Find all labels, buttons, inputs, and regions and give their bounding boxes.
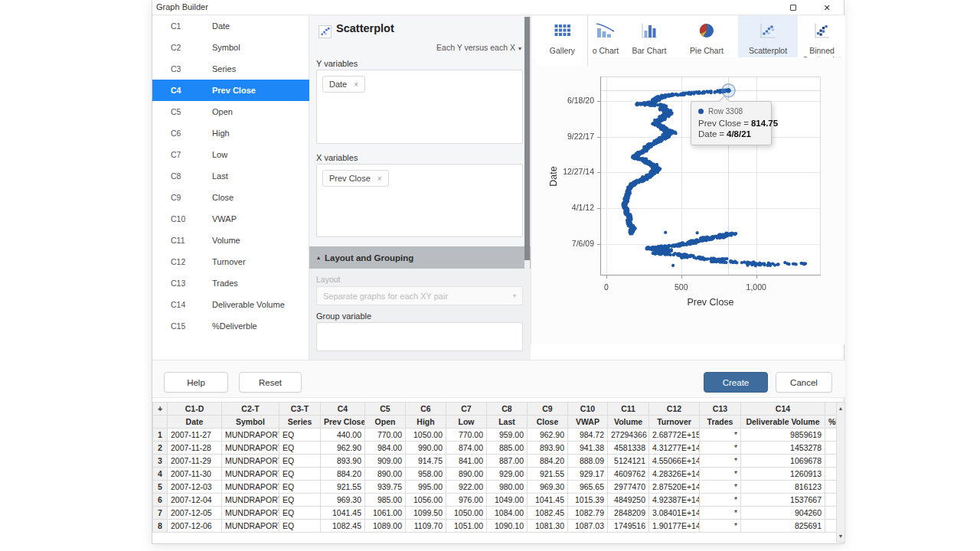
settings-scrollbar-track[interactable] — [524, 15, 530, 360]
layout-select[interactable]: Separate graphs for each XY pair ▾ — [316, 286, 523, 305]
row-number-cell[interactable]: 7 — [153, 507, 168, 520]
column-id-header[interactable]: C9 — [528, 403, 568, 416]
gallery-item-label: Gallery — [537, 46, 587, 55]
column-list-item-c5[interactable]: C5Open — [152, 101, 309, 122]
table-cell: 1749516 — [608, 520, 649, 533]
column-list-item-c9[interactable]: C9Close — [152, 187, 309, 208]
column-id-header[interactable]: C11 — [608, 403, 649, 416]
column-id-header[interactable]: C3-T — [279, 403, 321, 416]
table-cell: 1069678 — [741, 455, 825, 468]
row-number-cell[interactable]: 3 — [153, 455, 168, 468]
column-name-header[interactable]: Last — [487, 416, 528, 429]
column-id-header[interactable]: C1-D — [168, 403, 222, 416]
scroll-up-icon[interactable]: ▲ — [837, 403, 844, 413]
reset-button[interactable]: Reset — [239, 372, 302, 393]
table-cell: 4849250 — [608, 494, 649, 507]
graph-builder-window: Graph Builder ✕ C1DateC2SymbolC3SeriesC4… — [152, 0, 844, 544]
column-id-header[interactable] — [825, 403, 837, 416]
table-cell: 888.09 — [568, 455, 608, 468]
row-number-cell[interactable]: 5 — [153, 481, 168, 494]
table-cell: 959.00 — [487, 429, 528, 442]
y-variable-chip[interactable]: Date× — [322, 76, 365, 93]
column-name-header[interactable]: High — [406, 416, 446, 429]
column-id-header[interactable]: C4 — [321, 403, 365, 416]
gallery-item-label: Pie Chart — [675, 46, 738, 55]
column-id-header[interactable]: C13 — [700, 403, 741, 416]
column-id-header[interactable]: C10 — [568, 403, 608, 416]
column-list-item-c14[interactable]: C14Deliverable Volume — [152, 294, 309, 315]
column-id: C8 — [171, 171, 201, 181]
column-name: Turnover — [212, 257, 246, 266]
column-name-header[interactable]: Series — [279, 416, 321, 429]
row-number-cell[interactable]: 6 — [153, 494, 168, 507]
column-list-item-c2[interactable]: C2Symbol — [152, 37, 309, 58]
table-cell: 2977470 — [608, 481, 649, 494]
create-button[interactable]: Create — [704, 372, 768, 393]
table-cell — [825, 520, 837, 533]
x-variables-box[interactable]: Prev Close× — [316, 164, 523, 237]
column-id: C2 — [171, 43, 201, 52]
column-list-item-c3[interactable]: C3Series — [152, 58, 309, 80]
column-list-item-c10[interactable]: C10VWAP — [152, 208, 309, 230]
pareto-chart-icon — [596, 21, 615, 40]
column-list-item-c13[interactable]: C13Trades — [152, 272, 309, 294]
settings-scrollbar-thumb[interactable] — [524, 17, 530, 260]
bar-chart-icon — [640, 21, 658, 40]
column-name-header[interactable]: VWAP — [568, 416, 608, 429]
column-id-header[interactable]: C14 — [741, 403, 825, 416]
column-name-header[interactable]: %D — [825, 416, 837, 429]
column-name-header[interactable]: Prev Close — [321, 416, 365, 429]
column-id-header[interactable]: C12 — [649, 403, 700, 416]
column-name-header[interactable]: Volume — [608, 416, 649, 429]
gallery-item-gallery[interactable]: Gallery — [537, 15, 588, 66]
column-list-item-c4[interactable]: C4Prev Close — [152, 80, 309, 101]
column-list-item-c7[interactable]: C7Low — [152, 144, 309, 165]
row-number-cell[interactable]: 1 — [153, 429, 168, 442]
row-number-cell[interactable]: 4 — [153, 468, 168, 481]
y-variables-box[interactable]: Date× — [316, 70, 523, 144]
column-name-header[interactable]: Deliverable Volume — [741, 416, 825, 429]
column-id-header[interactable]: C5 — [365, 403, 406, 416]
remove-chip-icon[interactable]: × — [354, 80, 358, 89]
table-cell: 2848209 — [608, 507, 649, 520]
remove-chip-icon[interactable]: × — [377, 174, 382, 183]
column-name-header[interactable]: Turnover — [649, 416, 700, 429]
column-name-header[interactable]: Close — [528, 416, 568, 429]
table-scrollbar[interactable]: ▲ ▼ — [836, 402, 845, 543]
table-cell: 1082.45 — [528, 507, 568, 520]
column-list-item-c1[interactable]: C1Date — [152, 15, 309, 37]
column-id-header[interactable]: C8 — [487, 403, 528, 416]
scroll-down-icon[interactable]: ▼ — [837, 531, 844, 541]
layout-grouping-header[interactable]: ▴ Layout and Grouping — [309, 246, 531, 269]
table-cell — [825, 429, 837, 442]
table-cell: 770.00 — [365, 429, 406, 442]
row-number-cell[interactable]: 2 — [153, 442, 168, 455]
column-id-header[interactable]: C2-T — [222, 403, 279, 416]
y-tick-label: 6/18/20 — [547, 96, 594, 105]
grid-icon — [554, 21, 572, 40]
column-id-header[interactable]: C7 — [446, 403, 487, 416]
column-name: Series — [212, 64, 236, 73]
y-versus-x-dropdown[interactable]: Each Y versus each X▾ — [436, 43, 521, 52]
titlebar[interactable]: Graph Builder ✕ — [152, 0, 844, 15]
column-name-header[interactable]: Open — [365, 416, 406, 429]
column-name-header[interactable]: Trades — [700, 416, 741, 429]
column-name-header[interactable]: Low — [446, 416, 487, 429]
x-variable-chip[interactable]: Prev Close× — [322, 170, 389, 187]
column-name-header[interactable]: Symbol — [222, 416, 279, 429]
column-id: C5 — [171, 107, 201, 116]
table-corner-cell[interactable]: + — [153, 403, 168, 416]
column-list-item-c6[interactable]: C6High — [152, 122, 309, 144]
column-list-item-c11[interactable]: C11Volume — [152, 230, 309, 251]
cancel-button[interactable]: Cancel — [776, 372, 832, 393]
group-variable-box[interactable] — [316, 322, 523, 351]
column-list-item-c12[interactable]: C12Turnover — [152, 251, 309, 272]
column-name-header[interactable]: Date — [168, 416, 222, 429]
maximize-button[interactable] — [776, 0, 810, 15]
column-id-header[interactable]: C6 — [406, 403, 446, 416]
close-button[interactable]: ✕ — [810, 0, 844, 15]
help-button[interactable]: Help — [164, 372, 228, 393]
column-list-item-c15[interactable]: C15%Deliverble — [152, 315, 309, 337]
row-number-cell[interactable]: 8 — [153, 520, 168, 533]
column-list-item-c8[interactable]: C8Last — [152, 165, 309, 187]
